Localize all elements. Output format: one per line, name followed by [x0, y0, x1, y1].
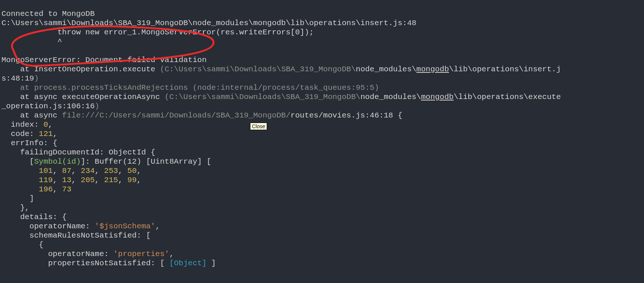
buf-val: 234 — [81, 167, 95, 175]
symbol-id: Symbol(id) — [34, 157, 81, 166]
stack-path-4b: routes/movies.js:46:18 { — [290, 111, 402, 120]
operator-name-label: operatorName: — [1, 222, 95, 231]
sep: , — [118, 176, 127, 184]
sep: , — [71, 167, 81, 175]
stack-close-1: ) — [34, 74, 39, 83]
buf-val: 50 — [127, 167, 136, 175]
buf-pad — [1, 185, 39, 194]
stack-path-1c: \lib\operations\insert.j — [449, 65, 561, 74]
stack-path-3a: (C:\Users\sammi\Downloads\SBA_319_MongoD… — [165, 93, 360, 101]
object-placeholder: [Object] — [169, 259, 207, 267]
line-path: C:\Users\sammi\Downloads\SBA_319_MongoDB… — [1, 19, 417, 27]
close-tooltip-label: Close — [252, 123, 265, 129]
stack-at-3: at async executeOperationAsync — [1, 93, 165, 101]
buffer-close: ] — [1, 194, 34, 203]
sep: , — [118, 167, 127, 175]
objectid-close: }, — [1, 204, 30, 212]
comma: , — [169, 250, 174, 258]
sep: , — [137, 176, 142, 184]
stack-path-3c: \lib\operations\execute — [454, 93, 561, 101]
mongodb-link-2[interactable]: mongodb — [421, 93, 454, 101]
buf-val: 99 — [127, 176, 136, 184]
stack-cont-3: _operation.js:106:16 — [1, 102, 95, 110]
comma: , — [155, 222, 160, 231]
operator-name-label-2: operatorName: — [1, 250, 113, 258]
buf-val: 101 — [39, 167, 53, 175]
sep: , — [53, 176, 62, 184]
close-tooltip: Close — [250, 123, 267, 130]
buf-pad — [1, 167, 39, 175]
operator-name-value: '$jsonSchema' — [95, 222, 155, 231]
sep: , — [53, 167, 62, 175]
symbol-open: [ — [1, 157, 34, 166]
buf-pad — [1, 176, 39, 184]
index-label: index: — [1, 120, 43, 129]
stack-path-3b: node_modules\ — [360, 93, 421, 101]
sep: , — [95, 167, 104, 175]
sep: , — [137, 167, 142, 175]
terminal-output: Connected to MongoDB C:\Users\sammi\Down… — [0, 0, 644, 268]
sep: , — [53, 185, 62, 194]
stack-path-4a: file:///C:/Users/sammi/Downloads/SBA_319… — [62, 111, 291, 120]
comma: , — [53, 130, 58, 138]
stack-cont-1: s:48:19 — [1, 74, 34, 83]
stack-path-1b: node_modules\ — [356, 65, 417, 74]
stack-close-3: ) — [95, 102, 100, 110]
buf-val: 205 — [81, 176, 95, 184]
buf-val: 13 — [62, 176, 71, 184]
buf-val: 119 — [39, 176, 53, 184]
buf-val: 87 — [62, 167, 71, 175]
brace-open: { — [1, 241, 43, 249]
symbol-rest: ]: Buffer(12) [Uint8Array] [ — [81, 157, 211, 166]
error-title: MongoServerError: Document failed valida… — [1, 56, 207, 64]
properties-label: propertiesNotSatisfied: [ — [1, 259, 169, 267]
code-value: 121 — [39, 130, 53, 138]
sep: , — [95, 176, 104, 184]
details-open: details: { — [1, 213, 67, 221]
errinfo-open: errInfo: { — [1, 139, 57, 147]
stack-at-2: at process.processTicksAndRejections (no… — [1, 83, 379, 92]
line-caret: ^ — [1, 37, 62, 46]
index-value: 0 — [43, 120, 48, 129]
buf-val: 73 — [62, 185, 71, 194]
stack-at-1: at InsertOneOperation.execute — [1, 65, 160, 74]
stack-path-1a: (C:\Users\sammi\Downloads\SBA_319_MongoD… — [160, 65, 355, 74]
sep: , — [71, 176, 81, 184]
line-throw: throw new error_1.MongoServerError(res.w… — [1, 28, 314, 37]
buf-val: 253 — [104, 167, 118, 175]
schema-rules-open: schemaRulesNotSatisfied: [ — [1, 231, 151, 240]
mongodb-link-1[interactable]: mongodb — [417, 65, 449, 74]
stack-at-4: at async — [1, 111, 62, 120]
code-label: code: — [1, 130, 39, 138]
properties-end: ] — [207, 259, 216, 267]
operator-name-value-2: 'properties' — [113, 250, 169, 258]
line-connected: Connected to MongoDB — [1, 10, 95, 18]
buf-val: 215 — [104, 176, 118, 184]
failing-doc-id: failingDocumentId: ObjectId { — [1, 148, 155, 157]
comma: , — [48, 120, 53, 129]
buf-val: 196 — [39, 185, 53, 194]
